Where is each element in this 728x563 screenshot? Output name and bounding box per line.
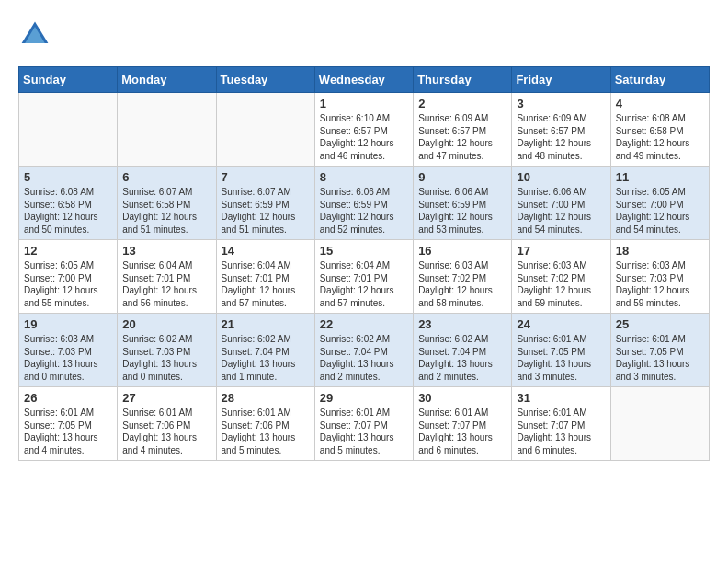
calendar-day-cell: 31Sunrise: 6:01 AM Sunset: 7:07 PM Dayli… xyxy=(512,387,610,461)
day-info: Sunrise: 6:06 AM Sunset: 6:59 PM Dayligh… xyxy=(320,186,408,236)
day-number: 9 xyxy=(418,170,506,184)
calendar-week-row: 26Sunrise: 6:01 AM Sunset: 7:05 PM Dayli… xyxy=(19,387,710,461)
day-info: Sunrise: 6:06 AM Sunset: 7:00 PM Dayligh… xyxy=(517,186,605,236)
day-info: Sunrise: 6:01 AM Sunset: 7:05 PM Dayligh… xyxy=(616,333,704,383)
day-number: 23 xyxy=(418,317,506,331)
day-number: 28 xyxy=(222,391,310,405)
day-info: Sunrise: 6:09 AM Sunset: 6:57 PM Dayligh… xyxy=(418,112,506,162)
day-number: 30 xyxy=(418,391,506,405)
calendar-day-cell: 13Sunrise: 6:04 AM Sunset: 7:01 PM Dayli… xyxy=(118,240,216,314)
day-number: 18 xyxy=(616,244,704,258)
day-number: 6 xyxy=(122,170,210,184)
calendar-day-cell: 1Sunrise: 6:10 AM Sunset: 6:57 PM Daylig… xyxy=(314,93,413,167)
calendar-day-cell: 24Sunrise: 6:01 AM Sunset: 7:05 PM Dayli… xyxy=(512,314,610,387)
day-number: 16 xyxy=(418,244,506,258)
day-number: 3 xyxy=(517,97,605,110)
day-info: Sunrise: 6:08 AM Sunset: 6:58 PM Dayligh… xyxy=(616,112,704,162)
day-info: Sunrise: 6:03 AM Sunset: 7:02 PM Dayligh… xyxy=(418,259,506,309)
day-info: Sunrise: 6:01 AM Sunset: 7:05 PM Dayligh… xyxy=(517,333,605,383)
calendar-header-row: SundayMondayTuesdayWednesdayThursdayFrid… xyxy=(19,67,710,93)
day-info: Sunrise: 6:03 AM Sunset: 7:02 PM Dayligh… xyxy=(517,259,605,309)
day-info: Sunrise: 6:03 AM Sunset: 7:03 PM Dayligh… xyxy=(24,333,112,383)
calendar-week-row: 12Sunrise: 6:05 AM Sunset: 7:00 PM Dayli… xyxy=(19,240,710,314)
calendar-header-sunday: Sunday xyxy=(19,67,118,93)
day-number: 7 xyxy=(222,170,310,184)
day-number: 11 xyxy=(616,170,704,184)
day-info: Sunrise: 6:02 AM Sunset: 7:04 PM Dayligh… xyxy=(320,333,408,383)
calendar-header-thursday: Thursday xyxy=(414,67,512,93)
calendar-day-cell: 6Sunrise: 6:07 AM Sunset: 6:58 PM Daylig… xyxy=(118,167,216,240)
day-info: Sunrise: 6:08 AM Sunset: 6:58 PM Dayligh… xyxy=(24,186,112,236)
calendar-day-cell: 12Sunrise: 6:05 AM Sunset: 7:00 PM Dayli… xyxy=(19,240,118,314)
calendar-week-row: 1Sunrise: 6:10 AM Sunset: 6:57 PM Daylig… xyxy=(19,93,710,167)
calendar-day-cell: 9Sunrise: 6:06 AM Sunset: 6:59 PM Daylig… xyxy=(414,167,512,240)
calendar-week-row: 19Sunrise: 6:03 AM Sunset: 7:03 PM Dayli… xyxy=(19,314,710,387)
calendar-week-row: 5Sunrise: 6:08 AM Sunset: 6:58 PM Daylig… xyxy=(19,167,710,240)
calendar-day-cell xyxy=(118,93,216,167)
page-header xyxy=(18,18,710,52)
day-number: 25 xyxy=(616,317,704,331)
day-info: Sunrise: 6:04 AM Sunset: 7:01 PM Dayligh… xyxy=(222,259,310,309)
day-number: 8 xyxy=(320,170,408,184)
calendar-day-cell: 8Sunrise: 6:06 AM Sunset: 6:59 PM Daylig… xyxy=(314,167,413,240)
day-number: 24 xyxy=(517,317,605,331)
calendar-day-cell: 15Sunrise: 6:04 AM Sunset: 7:01 PM Dayli… xyxy=(314,240,413,314)
day-number: 10 xyxy=(517,170,605,184)
calendar-day-cell: 11Sunrise: 6:05 AM Sunset: 7:00 PM Dayli… xyxy=(610,167,709,240)
calendar-header-saturday: Saturday xyxy=(610,67,709,93)
day-number: 13 xyxy=(122,244,210,258)
calendar-header-wednesday: Wednesday xyxy=(314,67,413,93)
calendar-header-tuesday: Tuesday xyxy=(216,67,314,93)
calendar-day-cell: 10Sunrise: 6:06 AM Sunset: 7:00 PM Dayli… xyxy=(512,167,610,240)
day-info: Sunrise: 6:01 AM Sunset: 7:06 PM Dayligh… xyxy=(122,407,210,456)
day-info: Sunrise: 6:01 AM Sunset: 7:07 PM Dayligh… xyxy=(320,407,408,456)
day-info: Sunrise: 6:05 AM Sunset: 7:00 PM Dayligh… xyxy=(24,259,112,309)
calendar-day-cell: 4Sunrise: 6:08 AM Sunset: 6:58 PM Daylig… xyxy=(610,93,709,167)
calendar-day-cell: 18Sunrise: 6:03 AM Sunset: 7:03 PM Dayli… xyxy=(610,240,709,314)
day-info: Sunrise: 6:03 AM Sunset: 7:03 PM Dayligh… xyxy=(616,259,704,309)
day-info: Sunrise: 6:06 AM Sunset: 6:59 PM Dayligh… xyxy=(418,186,506,236)
calendar-day-cell: 7Sunrise: 6:07 AM Sunset: 6:59 PM Daylig… xyxy=(216,167,314,240)
day-info: Sunrise: 6:05 AM Sunset: 7:00 PM Dayligh… xyxy=(616,186,704,236)
calendar-day-cell: 19Sunrise: 6:03 AM Sunset: 7:03 PM Dayli… xyxy=(19,314,118,387)
day-info: Sunrise: 6:01 AM Sunset: 7:07 PM Dayligh… xyxy=(517,407,605,456)
calendar-day-cell: 20Sunrise: 6:02 AM Sunset: 7:03 PM Dayli… xyxy=(118,314,216,387)
calendar-day-cell: 30Sunrise: 6:01 AM Sunset: 7:07 PM Dayli… xyxy=(414,387,512,461)
day-number: 26 xyxy=(24,391,112,405)
calendar-day-cell: 29Sunrise: 6:01 AM Sunset: 7:07 PM Dayli… xyxy=(314,387,413,461)
calendar-day-cell: 28Sunrise: 6:01 AM Sunset: 7:06 PM Dayli… xyxy=(216,387,314,461)
day-info: Sunrise: 6:02 AM Sunset: 7:04 PM Dayligh… xyxy=(418,333,506,383)
day-number: 1 xyxy=(320,97,408,110)
calendar-table: SundayMondayTuesdayWednesdayThursdayFrid… xyxy=(18,66,710,461)
calendar-day-cell: 17Sunrise: 6:03 AM Sunset: 7:02 PM Dayli… xyxy=(512,240,610,314)
calendar-day-cell: 2Sunrise: 6:09 AM Sunset: 6:57 PM Daylig… xyxy=(414,93,512,167)
calendar-day-cell xyxy=(610,387,709,461)
calendar-day-cell: 27Sunrise: 6:01 AM Sunset: 7:06 PM Dayli… xyxy=(118,387,216,461)
day-number: 31 xyxy=(517,391,605,405)
calendar-day-cell: 25Sunrise: 6:01 AM Sunset: 7:05 PM Dayli… xyxy=(610,314,709,387)
calendar-day-cell: 23Sunrise: 6:02 AM Sunset: 7:04 PM Dayli… xyxy=(414,314,512,387)
day-info: Sunrise: 6:01 AM Sunset: 7:06 PM Dayligh… xyxy=(222,407,310,456)
calendar-day-cell: 3Sunrise: 6:09 AM Sunset: 6:57 PM Daylig… xyxy=(512,93,610,167)
calendar-day-cell: 22Sunrise: 6:02 AM Sunset: 7:04 PM Dayli… xyxy=(314,314,413,387)
day-number: 2 xyxy=(418,97,506,110)
day-number: 19 xyxy=(24,317,112,331)
calendar-day-cell: 5Sunrise: 6:08 AM Sunset: 6:58 PM Daylig… xyxy=(19,167,118,240)
calendar-header-friday: Friday xyxy=(512,67,610,93)
day-info: Sunrise: 6:01 AM Sunset: 7:05 PM Dayligh… xyxy=(24,407,112,456)
calendar-day-cell xyxy=(19,93,118,167)
day-number: 22 xyxy=(320,317,408,331)
day-number: 29 xyxy=(320,391,408,405)
day-info: Sunrise: 6:01 AM Sunset: 7:07 PM Dayligh… xyxy=(418,407,506,456)
day-number: 27 xyxy=(122,391,210,405)
logo xyxy=(18,18,57,52)
calendar-day-cell: 14Sunrise: 6:04 AM Sunset: 7:01 PM Dayli… xyxy=(216,240,314,314)
day-info: Sunrise: 6:07 AM Sunset: 6:59 PM Dayligh… xyxy=(222,186,310,236)
day-info: Sunrise: 6:09 AM Sunset: 6:57 PM Dayligh… xyxy=(517,112,605,162)
day-number: 5 xyxy=(24,170,112,184)
day-info: Sunrise: 6:02 AM Sunset: 7:04 PM Dayligh… xyxy=(222,333,310,383)
calendar-day-cell: 26Sunrise: 6:01 AM Sunset: 7:05 PM Dayli… xyxy=(19,387,118,461)
calendar-day-cell: 16Sunrise: 6:03 AM Sunset: 7:02 PM Dayli… xyxy=(414,240,512,314)
day-info: Sunrise: 6:04 AM Sunset: 7:01 PM Dayligh… xyxy=(320,259,408,309)
logo-icon xyxy=(18,18,51,52)
